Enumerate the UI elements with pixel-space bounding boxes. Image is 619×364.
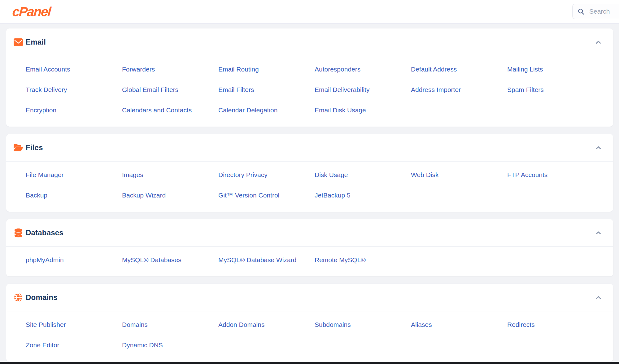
app-link-default-address[interactable]: Default Address <box>411 59 457 80</box>
section-title: Databases <box>26 228 63 237</box>
section-title: Files <box>26 143 43 152</box>
search-icon <box>578 8 585 15</box>
app-link-dynamic-dns[interactable]: Dynamic DNS <box>122 335 163 355</box>
app-link-mailing-lists[interactable]: Mailing Lists <box>507 59 543 80</box>
sections-container: Email Email AccountsForwardersEmail Rout… <box>6 28 613 364</box>
app-link-backup-wizard[interactable]: Backup Wizard <box>122 185 166 206</box>
app-link-address-importer[interactable]: Address Importer <box>411 80 461 100</box>
app-link-zone-editor[interactable]: Zone Editor <box>26 335 59 355</box>
app-link-site-publisher[interactable]: Site Publisher <box>26 314 66 335</box>
app-link-web-disk[interactable]: Web Disk <box>411 165 438 185</box>
app-link-disk-usage[interactable]: Disk Usage <box>315 165 348 185</box>
app-link-mysql-databases[interactable]: MySQL® Databases <box>122 250 181 270</box>
search-box[interactable] <box>572 4 619 19</box>
app-link-file-manager[interactable]: File Manager <box>26 165 64 185</box>
app-link-track-delivery[interactable]: Track Delivery <box>26 80 67 100</box>
app-link-remote-mysql[interactable]: Remote MySQL® <box>315 250 366 270</box>
section-links-grid: File ManagerImagesDirectory PrivacyDisk … <box>6 162 613 212</box>
app-link-calendars-and-contacts[interactable]: Calendars and Contacts <box>122 100 192 120</box>
app-link-backup[interactable]: Backup <box>26 185 47 206</box>
section-collapse-button[interactable] <box>593 228 604 238</box>
section-links-grid: phpMyAdminMySQL® DatabasesMySQL® Databas… <box>6 247 613 276</box>
app-link-encryption[interactable]: Encryption <box>26 100 56 120</box>
envelope-icon <box>14 38 23 46</box>
section-collapse-button[interactable] <box>593 142 604 153</box>
section-header[interactable]: Domains <box>6 284 613 311</box>
chevron-up-icon <box>594 293 603 302</box>
section-links-grid: Email AccountsForwardersEmail RoutingAut… <box>6 56 613 127</box>
section-header[interactable]: Email <box>6 28 613 56</box>
app-link-jetbackup-5[interactable]: JetBackup 5 <box>315 185 351 206</box>
app-link-mysql-database-wizard[interactable]: MySQL® Database Wizard <box>218 250 296 270</box>
section-header[interactable]: Databases <box>6 219 613 247</box>
app-link-spam-filters[interactable]: Spam Filters <box>507 80 544 100</box>
section-email: Email Email AccountsForwardersEmail Rout… <box>6 28 613 127</box>
app-link-email-deliverability[interactable]: Email Deliverability <box>315 80 369 100</box>
section-title: Domains <box>26 293 58 302</box>
section-collapse-button[interactable] <box>593 292 604 303</box>
app-link-calendar-delegation[interactable]: Calendar Delegation <box>218 100 277 120</box>
section-title: Email <box>26 38 46 46</box>
section-collapse-button[interactable] <box>593 37 604 48</box>
app-link-global-email-filters[interactable]: Global Email Filters <box>122 80 178 100</box>
app-link-directory-privacy[interactable]: Directory Privacy <box>218 165 268 185</box>
section-links-grid: Site PublisherDomainsAddon DomainsSubdom… <box>6 311 613 362</box>
app-link-email-accounts[interactable]: Email Accounts <box>26 59 70 80</box>
app-link-autoresponders[interactable]: Autoresponders <box>315 59 360 80</box>
app-link-email-disk-usage[interactable]: Email Disk Usage <box>315 100 366 120</box>
section-files: Files File ManagerImagesDirectory Privac… <box>6 134 613 212</box>
cpanel-logo: cPanel <box>12 4 51 19</box>
globe-icon <box>14 293 23 302</box>
section-domains: Domains Site PublisherDomainsAddon Domai… <box>6 284 613 362</box>
app-link-ftp-accounts[interactable]: FTP Accounts <box>507 165 547 185</box>
chevron-up-icon <box>594 144 603 152</box>
app-link-domains[interactable]: Domains <box>122 314 148 335</box>
app-link-subdomains[interactable]: Subdomains <box>315 314 351 335</box>
app-link-phpmyadmin[interactable]: phpMyAdmin <box>26 250 64 270</box>
database-icon <box>14 228 23 237</box>
app-link-redirects[interactable]: Redirects <box>507 314 535 335</box>
app-link-forwarders[interactable]: Forwarders <box>122 59 155 80</box>
app-link-email-filters[interactable]: Email Filters <box>218 80 254 100</box>
chevron-up-icon <box>594 38 603 46</box>
app-link-email-routing[interactable]: Email Routing <box>218 59 259 80</box>
folder-open-icon <box>14 143 23 152</box>
app-link-aliases[interactable]: Aliases <box>411 314 432 335</box>
top-bar: cPanel <box>0 0 619 24</box>
app-link-images[interactable]: Images <box>122 165 143 185</box>
window-bottom-edge <box>0 362 619 364</box>
chevron-up-icon <box>594 229 603 237</box>
section-header[interactable]: Files <box>6 134 613 162</box>
app-link-git-version-control[interactable]: Git™ Version Control <box>218 185 279 206</box>
app-link-addon-domains[interactable]: Addon Domains <box>218 314 264 335</box>
search-input[interactable] <box>589 7 619 15</box>
section-databases: Databases phpMyAdminMySQL® DatabasesMySQ… <box>6 219 613 276</box>
